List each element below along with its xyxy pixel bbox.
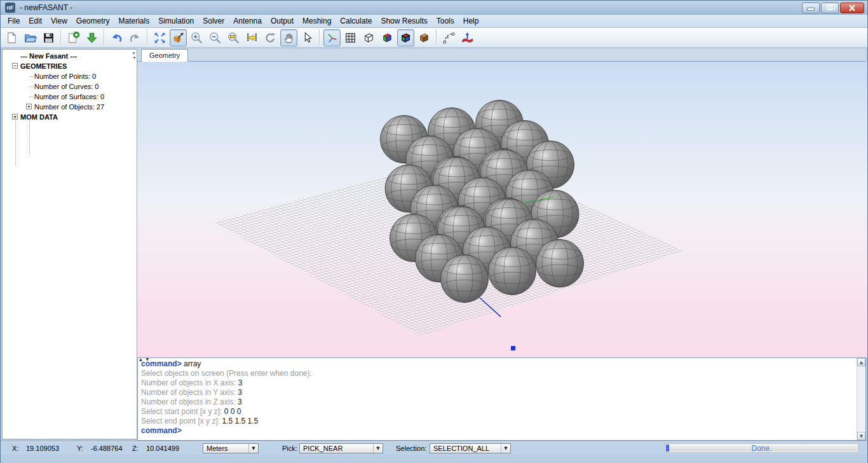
menu-geometry[interactable]: Geometry (72, 15, 114, 27)
menu-show-results[interactable]: Show Results (376, 15, 431, 27)
menu-tools[interactable]: Tools (432, 15, 459, 27)
console-line: Select objects on screen (Press enter wh… (141, 369, 855, 378)
tree-item-new-fasant[interactable]: --- New Fasant --- (3, 51, 137, 61)
menu-simulation[interactable]: Simulation (154, 15, 198, 27)
toolbar-separator (319, 30, 320, 45)
tree-connector (29, 97, 34, 97)
show-axes-button[interactable] (323, 29, 341, 46)
tree-guide-line (15, 117, 16, 165)
minimize-icon (808, 8, 814, 10)
zoom-in-button[interactable] (188, 29, 205, 46)
viewport-3d[interactable] (137, 62, 867, 357)
plane-wave-tool-button[interactable] (459, 29, 476, 46)
select-pointer-icon (301, 31, 314, 45)
show-grid-button[interactable] (342, 29, 359, 46)
new-geometry-button[interactable] (65, 29, 82, 46)
fit-view-button[interactable] (151, 29, 168, 46)
tree-item-number-of-points-0[interactable]: Number of Points: 0 (3, 71, 137, 81)
menu-materials[interactable]: Materials (114, 15, 154, 27)
console-line: Number of objects in Z axis: 3 (141, 397, 855, 407)
sphere-object[interactable] (441, 255, 489, 303)
orbit-view-icon (172, 31, 185, 45)
chevron-down-icon: ▼ (501, 444, 510, 453)
open-file-button[interactable] (22, 29, 39, 46)
tree-item-number-of-surfaces-0[interactable]: Number of Surfaces: 0 (3, 92, 137, 102)
save-file-button[interactable] (40, 29, 57, 46)
wireframe-view-button[interactable] (360, 29, 377, 46)
console-line: command> array (141, 359, 855, 369)
textured-view-button[interactable] (416, 29, 433, 46)
tree-item-number-of-objects-27[interactable]: +Number of Objects: 27 (3, 102, 137, 112)
tree-item-geometries[interactable]: −GEOMETRIES (3, 61, 137, 71)
pick-mode-dropdown[interactable]: PICK_NEAR▼ (299, 443, 383, 453)
tree-item-label: --- New Fasant --- (20, 52, 77, 60)
menu-antenna[interactable]: Antenna (229, 15, 266, 27)
show-grid-icon (344, 31, 357, 45)
orbit-view-button[interactable] (170, 29, 187, 46)
menu-calculate[interactable]: Calculate (336, 15, 376, 27)
expand-icon[interactable]: + (26, 104, 32, 109)
move-object-icon (245, 31, 259, 45)
units-dropdown[interactable]: Meters▼ (203, 443, 259, 453)
title-bar: nF - newFASANT - (1, 1, 867, 15)
zoom-out-button[interactable] (207, 29, 224, 46)
restore-button[interactable] (821, 3, 839, 13)
curve-tool-button[interactable] (440, 29, 458, 46)
cursor-y-value: -6.488764 (91, 445, 123, 452)
new-file-button[interactable] (3, 29, 20, 46)
zoom-out-icon (208, 31, 222, 45)
toolbar-separator (104, 30, 105, 45)
solid-wireframe-view-icon (399, 31, 412, 45)
pick-label: Pick: (282, 445, 297, 452)
tree-connector (29, 86, 34, 87)
move-object-button[interactable] (243, 29, 261, 46)
show-axes-icon (325, 31, 339, 45)
progress-bar: Done. (665, 443, 858, 453)
close-icon (841, 3, 864, 13)
tree-item-label: GEOMETRIES (20, 62, 67, 70)
cursor-y-label: Y: (77, 445, 83, 452)
menu-output[interactable]: Output (266, 15, 298, 27)
cursor-x-value: 19.109053 (26, 445, 59, 452)
pan-view-button[interactable] (280, 29, 297, 46)
solid-wireframe-view-button[interactable] (397, 29, 414, 46)
menu-file[interactable]: File (3, 15, 24, 27)
new-file-icon (5, 31, 18, 45)
collapse-icon[interactable]: − (12, 63, 18, 69)
import-geometry-button[interactable] (83, 29, 100, 46)
menu-meshing[interactable]: Meshing (298, 15, 336, 27)
redo-button[interactable] (126, 29, 144, 46)
menu-edit[interactable]: Edit (24, 15, 46, 27)
select-pointer-button[interactable] (299, 29, 316, 46)
menu-help[interactable]: Help (459, 15, 484, 27)
solid-view-button[interactable] (379, 29, 396, 46)
scroll-down-icon[interactable]: ▼ (857, 432, 865, 440)
tree-item-mom-data[interactable]: +MOM DATA (3, 112, 137, 122)
console-scrollbar[interactable]: ▲ ▼ (857, 358, 865, 440)
window-title: - newFASANT - (20, 3, 72, 12)
selection-mode-dropdown[interactable]: SELECTION_ALL▼ (430, 443, 511, 453)
sphere-object[interactable] (536, 240, 584, 287)
toolbar-separator (147, 30, 148, 45)
cursor-z-label: Z: (132, 445, 139, 452)
console-line: command> (141, 426, 855, 436)
zoom-window-button[interactable] (225, 29, 242, 46)
tree-connector (29, 76, 34, 77)
menu-solver[interactable]: Solver (198, 15, 229, 27)
close-button[interactable] (840, 3, 864, 13)
menu-view[interactable]: View (46, 15, 72, 27)
tab-geometry[interactable]: Geometry (141, 49, 188, 62)
console-line: Select start point [x y z]: 0 0 0 (141, 407, 855, 417)
panel-collapse-handle[interactable]: ▸◂ (132, 50, 137, 59)
sphere-object[interactable] (489, 247, 536, 295)
rotate-view-button[interactable] (262, 29, 279, 46)
command-console[interactable]: ▲ ▼ command> arraySelect objects on scre… (137, 357, 866, 441)
scroll-up-icon[interactable]: ▲ (857, 358, 865, 366)
tree-item-number-of-curves-0[interactable]: Number of Curves: 0 (3, 81, 137, 92)
toolbar-separator (60, 30, 62, 45)
selection-label: Selection: (396, 445, 426, 452)
console-line: Number of objects in X axis: 3 (141, 378, 855, 388)
minimize-button[interactable] (802, 3, 820, 13)
chevron-down-icon: ▼ (373, 444, 383, 453)
undo-button[interactable] (108, 29, 125, 46)
